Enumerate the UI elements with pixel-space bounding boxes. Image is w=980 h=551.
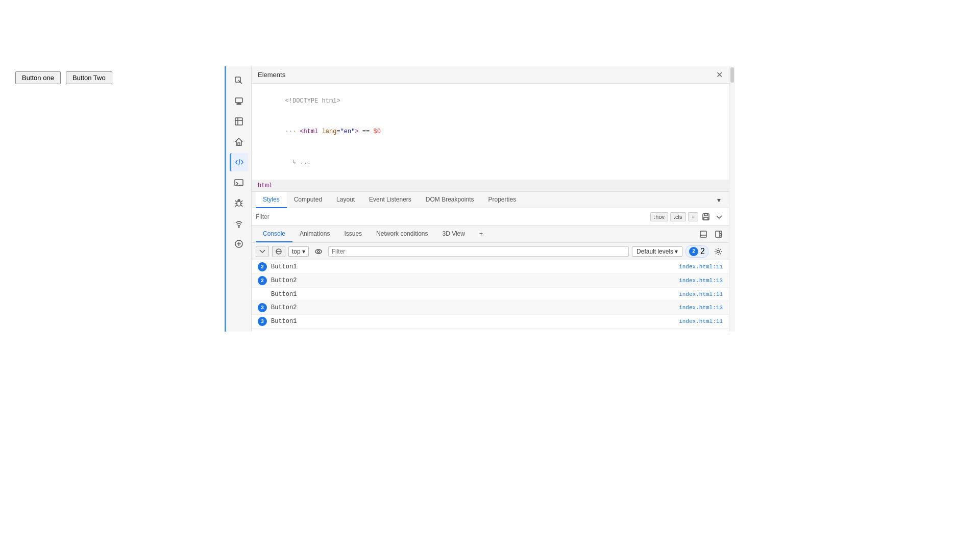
breadcrumb: html <box>252 180 729 192</box>
log-text: Button1 <box>271 263 675 270</box>
log-link[interactable]: index.html:11 <box>679 291 723 297</box>
tab-event-listeners[interactable]: Event Listeners <box>362 192 419 208</box>
context-chevron: ▾ <box>302 248 305 255</box>
close-button[interactable]: ✕ <box>716 71 723 79</box>
add-style-button[interactable]: + <box>688 212 698 221</box>
page-content: Button one Button Two <box>0 0 225 551</box>
context-selector[interactable]: top ▾ <box>288 246 309 257</box>
svg-point-27 <box>315 249 322 254</box>
console-log: 2 Button1 index.html:11 2 Button2 index.… <box>252 260 729 332</box>
bug-icon[interactable] <box>230 194 248 212</box>
button-two[interactable]: Button Two <box>66 71 112 84</box>
console-filter-input[interactable] <box>328 246 629 257</box>
inspector-icon[interactable] <box>230 71 248 90</box>
error-count-badge[interactable]: 2 2 <box>685 245 708 258</box>
scroll-thumb[interactable] <box>730 67 734 83</box>
console-tab-add[interactable]: + <box>472 226 490 242</box>
panel-header: Elements ✕ <box>252 66 729 84</box>
styles-filter-input[interactable] <box>256 213 647 220</box>
badge-count-label: 2 <box>700 247 705 256</box>
default-levels-label: Default levels <box>636 248 673 255</box>
cls-button[interactable]: .cls <box>670 212 686 221</box>
tab-computed[interactable]: Computed <box>287 192 329 208</box>
log-text: Button2 <box>271 304 675 311</box>
save-style-icon[interactable] <box>700 211 712 222</box>
log-entry: 2 Button1 index.html:11 <box>252 260 729 274</box>
svg-rect-5 <box>235 118 242 125</box>
code-icon[interactable] <box>230 153 248 171</box>
log-text: Button2 <box>271 277 675 284</box>
devtools-panel: Elements ✕ <!DOCTYPE html> ··· <html lan… <box>225 66 735 332</box>
terminal-icon[interactable] <box>230 173 248 192</box>
devtools-sidebar <box>226 66 252 332</box>
svg-rect-2 <box>235 98 242 103</box>
svg-rect-8 <box>238 143 240 145</box>
console-tab-animations[interactable]: Animations <box>292 226 337 242</box>
add-panel-icon[interactable] <box>230 235 248 253</box>
svg-rect-3 <box>237 104 241 105</box>
log-link[interactable]: index.html:11 <box>679 318 723 324</box>
dom-line-html[interactable]: ··· <html lang="en"> == $0 <box>256 116 725 147</box>
console-tab-3d-view[interactable]: 3D View <box>435 226 472 242</box>
svg-rect-10 <box>235 180 243 186</box>
badge-2: 2 <box>258 276 267 285</box>
home-icon[interactable] <box>230 133 248 151</box>
dock-bottom-icon[interactable] <box>697 228 709 240</box>
expand-style-icon[interactable] <box>714 211 725 222</box>
filter-bar: :hov .cls + <box>252 208 729 226</box>
badge-2: 2 <box>258 262 267 271</box>
filter-actions: :hov .cls + <box>650 211 725 222</box>
log-entry: 2 Button2 index.html:13 <box>252 274 729 288</box>
dock-right-icon[interactable] <box>713 228 725 240</box>
console-filter-bar: top ▾ Default levels ▾ 2 2 <box>252 243 729 260</box>
svg-point-28 <box>317 251 320 253</box>
elements-icon[interactable] <box>230 112 248 131</box>
svg-rect-19 <box>704 214 707 216</box>
dom-line-doctype: <!DOCTYPE html> <box>256 86 725 116</box>
log-entry: 3 Button2 index.html:13 <box>252 301 729 315</box>
sidebar-select-button[interactable] <box>256 246 269 257</box>
wifi-icon[interactable] <box>230 214 248 233</box>
console-tab-console[interactable]: Console <box>256 226 292 242</box>
tab-layout[interactable]: Layout <box>329 192 362 208</box>
default-levels-button[interactable]: Default levels ▾ <box>632 246 682 257</box>
top-label: top <box>292 248 301 255</box>
log-text: Button1 <box>271 291 675 298</box>
log-text: Button1 <box>271 318 675 325</box>
hov-button[interactable]: :hov <box>650 212 668 221</box>
tab-properties[interactable]: Properties <box>481 192 524 208</box>
styles-tabs-row: Styles Computed Layout Event Listeners D… <box>252 192 729 208</box>
svg-point-29 <box>717 250 720 253</box>
eye-icon[interactable] <box>312 246 325 257</box>
console-toolbar: Console Animations Issues Network condit… <box>252 226 729 243</box>
panel-title: Elements <box>258 71 285 79</box>
breadcrumb-label[interactable]: html <box>258 182 273 189</box>
svg-point-14 <box>238 227 239 228</box>
device-icon[interactable] <box>230 92 248 110</box>
log-entry: Button1 index.html:11 <box>252 288 729 301</box>
dom-tree: <!DOCTYPE html> ··· <html lang="en"> == … <box>252 84 729 180</box>
log-link[interactable]: index.html:13 <box>679 305 723 311</box>
badge-3: 3 <box>258 303 267 312</box>
svg-line-9 <box>239 159 240 165</box>
log-link[interactable]: index.html:13 <box>679 278 723 284</box>
console-tab-issues[interactable]: Issues <box>337 226 369 242</box>
badge-number: 2 <box>692 248 695 254</box>
console-tabs: Console Animations Issues Network condit… <box>256 226 695 242</box>
devtools-main: Elements ✕ <!DOCTYPE html> ··· <html lan… <box>252 66 729 332</box>
log-link[interactable]: index.html:11 <box>679 264 723 270</box>
svg-rect-21 <box>700 231 706 237</box>
no-entry-icon[interactable] <box>272 246 285 257</box>
dom-line-partial: ↳ ... <box>256 147 725 178</box>
log-entry: 3 Button1 index.html:11 <box>252 315 729 329</box>
settings-icon[interactable] <box>712 246 725 257</box>
svg-rect-20 <box>704 217 708 220</box>
tab-dom-breakpoints[interactable]: DOM Breakpoints <box>419 192 481 208</box>
levels-chevron: ▾ <box>675 248 678 255</box>
console-tab-network-conditions[interactable]: Network conditions <box>369 226 435 242</box>
console-toolbar-right <box>697 228 725 240</box>
button-one[interactable]: Button one <box>15 71 61 84</box>
tab-styles[interactable]: Styles <box>256 192 287 208</box>
tabs-more-chevron[interactable]: ▾ <box>713 196 725 204</box>
scrollbar[interactable] <box>729 66 735 332</box>
